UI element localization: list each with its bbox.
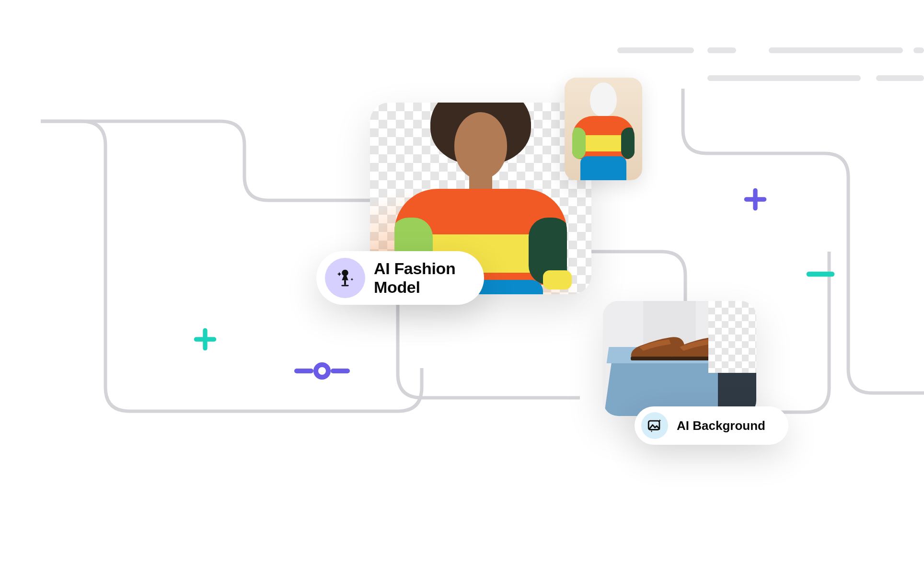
placeholder-bar — [876, 75, 924, 81]
svg-rect-1 — [671, 357, 725, 360]
plus-icon — [742, 186, 769, 213]
placeholder-bar — [707, 47, 736, 53]
mannequin-sparkle-icon — [325, 258, 365, 298]
commit-node-icon — [294, 362, 350, 380]
mannequin-thumb-card — [565, 78, 642, 180]
ai-fashion-model-pill[interactable]: AI Fashion Model — [316, 251, 484, 305]
minus-icon — [805, 268, 836, 280]
placeholder-bar — [913, 47, 924, 53]
plus-icon — [192, 326, 219, 353]
pill-label: AI Fashion Model — [374, 259, 455, 297]
ai-background-shoes-card — [603, 301, 756, 416]
placeholder-bar — [769, 47, 903, 53]
pill-label: AI Background — [677, 418, 765, 433]
placeholder-bar — [617, 47, 694, 53]
placeholder-bar — [707, 75, 861, 81]
svg-rect-2 — [344, 280, 346, 285]
svg-rect-3 — [341, 285, 348, 286]
image-sparkle-icon — [641, 412, 668, 439]
ai-background-pill[interactable]: AI Background — [635, 406, 788, 445]
